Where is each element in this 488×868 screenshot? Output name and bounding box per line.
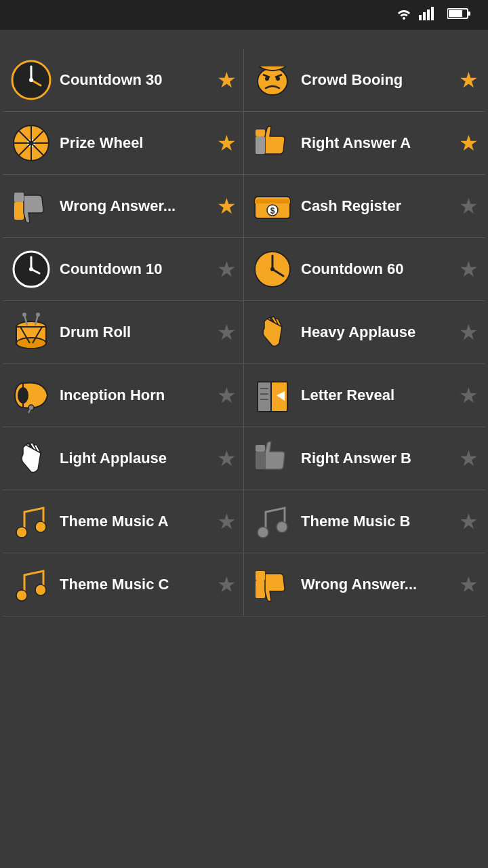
light-applause-icon [9, 437, 53, 480]
inception-horn-star[interactable]: ★ [217, 382, 237, 408]
svg-rect-2 [427, 9, 430, 20]
svg-rect-23 [256, 130, 265, 136]
sound-item-drum-roll[interactable]: Drum Roll★ [3, 301, 244, 364]
sound-item-right-answer-a[interactable]: Right Answer A★ [244, 112, 485, 175]
theme-music-a-star[interactable]: ★ [217, 509, 237, 534]
right-answer-b-label: Right Answer B [301, 450, 452, 467]
countdown-60-icon [251, 248, 294, 291]
crowd-booing-star[interactable]: ★ [459, 67, 479, 93]
wrong-answer-b-label: Wrong Answer... [301, 576, 452, 593]
theme-music-c-icon [9, 563, 53, 606]
svg-rect-1 [423, 12, 426, 20]
svg-point-38 [270, 267, 274, 271]
svg-point-41 [16, 338, 46, 349]
heavy-applause-star[interactable]: ★ [459, 319, 479, 345]
svg-rect-0 [419, 15, 422, 20]
countdown-60-star[interactable]: ★ [459, 256, 479, 282]
sound-item-crowd-booing[interactable]: Crowd Booing★ [244, 49, 485, 112]
sound-item-letter-reveal[interactable]: Letter Reveal★ [244, 364, 485, 427]
svg-point-61 [258, 527, 268, 538]
letter-reveal-icon [251, 374, 294, 417]
theme-music-b-star[interactable]: ★ [459, 509, 479, 534]
wrong-answer-icon [9, 184, 53, 228]
cash-register-icon: $ [251, 184, 294, 228]
sound-item-theme-music-c[interactable]: Theme Music C★ [3, 553, 244, 616]
theme-music-a-label: Theme Music A [60, 513, 210, 530]
svg-rect-3 [431, 7, 434, 20]
theme-music-a-icon [9, 500, 53, 543]
prize-wheel-star[interactable]: ★ [217, 130, 237, 156]
svg-rect-25 [14, 202, 24, 220]
light-applause-label: Light Applause [60, 450, 210, 467]
sound-item-theme-music-a[interactable]: Theme Music A★ [3, 490, 244, 553]
crowd-booing-icon [251, 58, 294, 102]
theme-music-c-label: Theme Music C [60, 576, 210, 593]
svg-rect-28 [255, 199, 290, 203]
wrong-answer-star[interactable]: ★ [217, 193, 237, 219]
sound-item-wrong-answer[interactable]: Wrong Answer...★ [3, 175, 244, 238]
right-answer-b-icon [251, 437, 294, 480]
sound-item-theme-music-b[interactable]: Theme Music B★ [244, 490, 485, 553]
prize-wheel-icon [9, 121, 53, 165]
countdown-30-icon [9, 58, 53, 102]
sound-grid: Countdown 30★Crowd Booing★Prize Wheel★Ri… [0, 49, 488, 616]
right-answer-a-label: Right Answer A [301, 134, 452, 152]
letter-reveal-star[interactable]: ★ [459, 382, 479, 408]
countdown-60-label: Countdown 60 [301, 260, 452, 278]
svg-point-12 [258, 68, 287, 95]
theme-music-c-star[interactable]: ★ [217, 572, 237, 597]
sound-item-heavy-applause[interactable]: Heavy Applause★ [244, 301, 485, 364]
svg-point-63 [16, 590, 27, 601]
right-answer-a-icon [251, 121, 294, 165]
sound-item-countdown-30[interactable]: Countdown 30★ [3, 49, 244, 112]
svg-point-59 [16, 527, 27, 538]
svg-rect-26 [14, 193, 24, 202]
svg-point-62 [277, 521, 287, 532]
countdown-10-label: Countdown 10 [60, 260, 210, 278]
svg-text:$: $ [270, 206, 275, 216]
inception-horn-icon [9, 374, 53, 417]
sound-item-wrong-answer-b[interactable]: Wrong Answer...★ [244, 553, 485, 616]
svg-point-11 [29, 78, 33, 82]
sound-item-cash-register[interactable]: $Cash Register★ [244, 175, 485, 238]
svg-point-64 [35, 585, 46, 595]
sound-item-countdown-60[interactable]: Countdown 60★ [244, 238, 485, 301]
svg-point-49 [18, 387, 28, 403]
drum-roll-label: Drum Roll [60, 323, 210, 341]
wrong-answer-label: Wrong Answer... [60, 197, 210, 215]
crowd-booing-label: Crowd Booing [301, 71, 452, 89]
svg-rect-24 [256, 136, 265, 154]
wrong-answer-b-icon [251, 563, 294, 606]
svg-rect-58 [256, 452, 265, 469]
countdown-30-star[interactable]: ★ [217, 67, 237, 93]
right-answer-a-star[interactable]: ★ [459, 130, 479, 156]
drum-roll-icon [9, 311, 53, 354]
svg-point-47 [36, 313, 40, 317]
wifi-icon [396, 7, 412, 24]
letter-reveal-label: Letter Reveal [301, 387, 452, 404]
cash-register-star[interactable]: ★ [459, 193, 479, 219]
svg-point-60 [35, 521, 46, 532]
svg-rect-52 [258, 382, 271, 412]
countdown-10-star[interactable]: ★ [217, 256, 237, 282]
sound-item-prize-wheel[interactable]: Prize Wheel★ [3, 112, 244, 175]
sound-item-light-applause[interactable]: Light Applause★ [3, 427, 244, 490]
drum-roll-star[interactable]: ★ [217, 319, 237, 345]
theme-music-b-label: Theme Music B [301, 513, 452, 530]
svg-rect-65 [256, 580, 265, 598]
theme-music-b-icon [251, 500, 294, 543]
prize-wheel-label: Prize Wheel [60, 134, 210, 152]
svg-rect-5 [468, 12, 470, 16]
sound-item-right-answer-b[interactable]: Right Answer B★ [244, 427, 485, 490]
countdown-30-label: Countdown 30 [60, 71, 210, 89]
wrong-answer-b-star[interactable]: ★ [459, 572, 479, 597]
battery-icon [447, 7, 470, 23]
right-answer-b-star[interactable]: ★ [459, 446, 479, 471]
svg-rect-57 [256, 445, 265, 452]
header [0, 30, 488, 49]
sound-item-countdown-10[interactable]: Countdown 10★ [3, 238, 244, 301]
svg-point-46 [22, 313, 26, 317]
sound-item-inception-horn[interactable]: Inception Horn★ [3, 364, 244, 427]
svg-rect-6 [449, 10, 462, 17]
light-applause-star[interactable]: ★ [217, 446, 237, 471]
